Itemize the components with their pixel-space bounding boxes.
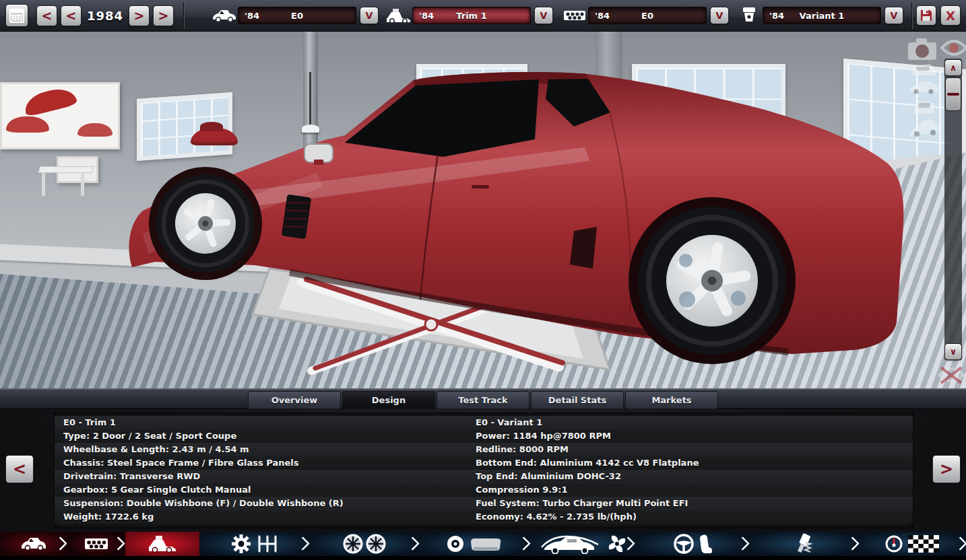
seat-icon [699,534,713,554]
current-year: 1984 [82,9,129,23]
engine-family-group: '84 E0 V [561,5,729,26]
year-prev-button[interactable]: < [61,5,82,26]
engine-family-icon [561,5,588,26]
engine-family-icon [84,536,108,551]
tab-markets[interactable]: Markets [625,391,718,409]
trim-title: E0 - Trim 1 [63,416,116,429]
shifter-pattern-icon [257,535,280,553]
engine-variant-dropdown[interactable]: '84 Variant 1 [763,7,881,24]
engine-variant-year: '84 [769,11,784,21]
gauge-icon [885,535,903,553]
car-render [0,32,966,388]
stat-compression: Compression 9.9:1 [476,483,567,497]
nav-interior-steering[interactable] [637,532,748,556]
stat-fuel-system: Fuel System: Turbo Charger Multi Point E… [476,497,688,510]
car-model-icon [21,536,46,551]
engine-variant-group: '84 Variant 1 V [736,5,903,26]
nav-brakes[interactable] [418,532,529,556]
nav-test-finish[interactable] [858,532,966,556]
close-button[interactable]: X [940,5,961,26]
stats-row: Weight: 1722.6 kg Economy: 4.62% - 2.735… [55,510,913,524]
trim-name: Trim 1 [456,11,486,21]
car-trim-icon [385,5,412,26]
stats-row: Wheelbase & Length: 2.43 m / 4.54 m Redl… [55,443,913,456]
wheels-icon [343,534,386,554]
scroll-up-button[interactable]: ∧ [944,59,962,76]
stat-economy: Economy: 4.62% - 2.735 lb/(hph) [476,510,637,524]
design-steps-bar [0,532,966,560]
stat-type: Type: 2 Door / 2 Seat / Sport Coupe [63,429,236,443]
brake-pad-icon [470,536,502,551]
tab-overview[interactable]: Overview [248,391,341,409]
trim-year: '84 [419,11,434,21]
model-name: E0 [291,11,303,21]
model-dropdown-arrow-button[interactable]: V [360,7,379,24]
tab-test-track[interactable]: Test Track [437,391,529,409]
panel-prev-button[interactable]: < [5,455,34,483]
model-year: '84 [245,11,259,21]
car-model-icon [211,5,238,26]
toolbar-divider [183,2,184,29]
model-dropdown[interactable]: '84 E0 [238,7,356,24]
car-front-view-icon[interactable] [911,99,938,119]
stats-row: Chassis: Steel Space Frame / Fibre Glass… [55,456,913,470]
stat-wheelbase: Wheelbase & Length: 2.43 m / 4.54 m [63,443,249,456]
save-floppy-icon [920,9,933,22]
variant-title: E0 - Variant 1 [476,416,542,429]
engine-variant-icon [736,5,763,26]
hide-ui-eye-icon[interactable] [938,365,965,388]
trim-dropdown-arrow-button[interactable]: V [534,7,553,24]
front-wheel [149,167,262,280]
stat-bottom-end: Bottom End: Aluminium 4142 cc V8 Flatpla… [476,456,699,470]
engine-family-name: E0 [641,11,653,21]
stats-row: Gearbox: 5 Gear Single Clutch Manual Com… [55,483,913,497]
rear-wheel [629,197,796,364]
engine-family-year: '84 [595,11,610,21]
scroll-down-button[interactable]: ∨ [944,343,962,360]
stats-row: E0 - Trim 1 E0 - Variant 1 [55,416,913,429]
save-button[interactable] [916,5,936,26]
engine-variant-dropdown-arrow-button[interactable]: V [884,7,903,24]
stats-row: Type: 2 Door / 2 Seat / Sport Coupe Powe… [55,429,913,443]
gear-icon [231,534,251,554]
stat-power: Power: 1184 hp@7800 RPM [476,429,611,443]
year-prev-fast-button[interactable]: < [36,5,57,26]
brake-disc-icon [447,535,464,553]
calendar-icon [9,8,24,23]
screenshot-camera-icon[interactable] [907,37,938,64]
aero-car-icon [540,534,602,554]
nav-gearbox-drivetrain[interactable] [199,532,311,556]
toolbar-divider [911,2,912,29]
visibility-eye-icon[interactable] [940,38,966,60]
engine-variant-name: Variant 1 [800,11,845,21]
scrollbar-thumb[interactable] [945,77,961,111]
calendar-button[interactable] [5,4,28,27]
car-rear-view-icon[interactable] [909,61,938,80]
year-next-fast-button[interactable]: > [153,5,174,26]
top-toolbar: < < 1984 > > '84 E0 V '84 Trim 1 [0,0,966,32]
car-three-quarter-view-icon[interactable] [908,118,940,141]
panel-next-button[interactable]: > [932,455,961,483]
stat-drivetrain: Drivetrain: Transverse RWD [63,470,200,483]
stat-redline: Redline: 8000 RPM [476,443,569,456]
trim-dropdown[interactable]: '84 Trim 1 [412,7,531,24]
stats-row: Suspension: Double Wishbone (F) / Double… [55,497,913,510]
nav-suspension[interactable] [748,532,858,556]
nav-wheels-tires[interactable] [311,532,418,556]
trim-selector-group: '84 Trim 1 V [385,5,553,26]
tab-design[interactable]: Design [342,391,435,409]
stat-top-end: Top End: Aluminium DOHC-32 [476,470,621,483]
stat-weight: Weight: 1722.6 kg [63,510,154,524]
stat-chassis: Chassis: Steel Space Frame / Fibre Glass… [63,456,299,470]
car-side-view-icon[interactable] [908,80,939,98]
tab-detail-stats[interactable]: Detail Stats [531,391,624,409]
model-selector-group: '84 E0 V [211,5,379,26]
engine-family-dropdown[interactable]: '84 E0 [588,7,707,24]
year-next-button[interactable]: > [129,5,150,26]
engine-family-dropdown-arrow-button[interactable]: V [710,7,729,24]
car-trim-icon [148,534,177,553]
suspension-shock-icon [792,533,814,555]
nav-car-trim[interactable] [125,532,199,556]
stat-gearbox: Gearbox: 5 Gear Single Clutch Manual [63,483,251,497]
3d-viewport[interactable]: ∧ ∨ [0,32,966,388]
